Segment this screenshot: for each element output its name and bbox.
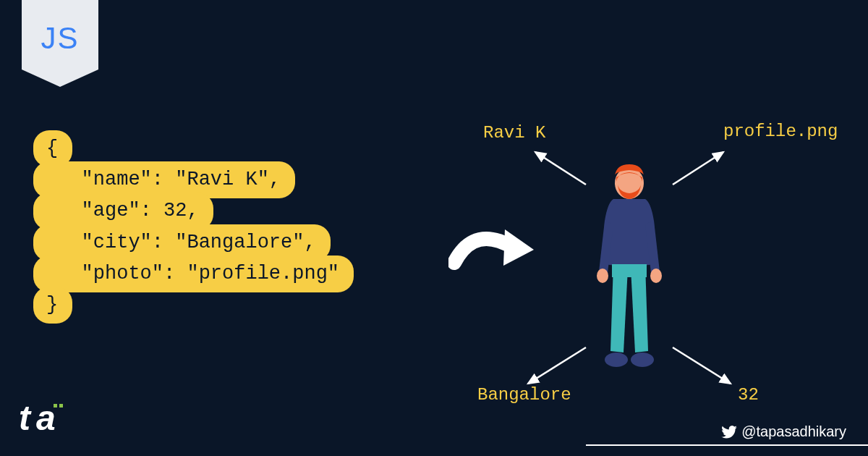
json-code-block: { "name": "Ravi K", "age": 32, "city": "… — [33, 130, 354, 318]
svg-line-8 — [673, 152, 723, 185]
svg-rect-13 — [54, 404, 57, 408]
svg-point-6 — [631, 352, 654, 367]
js-badge: JS — [22, 0, 98, 87]
label-age: 32 — [738, 385, 759, 405]
code-line-4: "photo": "profile.png" — [33, 256, 354, 292]
svg-rect-1 — [612, 203, 647, 266]
svg-rect-14 — [59, 404, 63, 408]
svg-point-2 — [597, 269, 608, 283]
twitter-handle: @tapasadhikary — [721, 423, 846, 440]
svg-line-9 — [528, 347, 586, 384]
label-city: Bangalore — [477, 385, 571, 405]
svg-text:a: a — [36, 399, 56, 437]
handle-text: @tapasadhikary — [741, 423, 846, 440]
svg-rect-4 — [612, 264, 647, 277]
svg-point-3 — [650, 269, 662, 283]
svg-line-7 — [535, 152, 586, 185]
code-line-close: } — [33, 287, 72, 324]
svg-point-5 — [605, 352, 628, 367]
svg-line-10 — [673, 347, 731, 384]
label-name: Ravi K — [483, 123, 545, 143]
svg-text:t: t — [19, 399, 32, 437]
person-illustration — [586, 163, 673, 373]
label-photo: profile.png — [723, 122, 838, 141]
footer-divider — [586, 444, 868, 446]
twitter-icon — [721, 426, 737, 439]
js-badge-text: JS — [41, 21, 79, 56]
ta-logo: t a — [19, 397, 69, 440]
arrow-main-icon — [448, 221, 535, 279]
